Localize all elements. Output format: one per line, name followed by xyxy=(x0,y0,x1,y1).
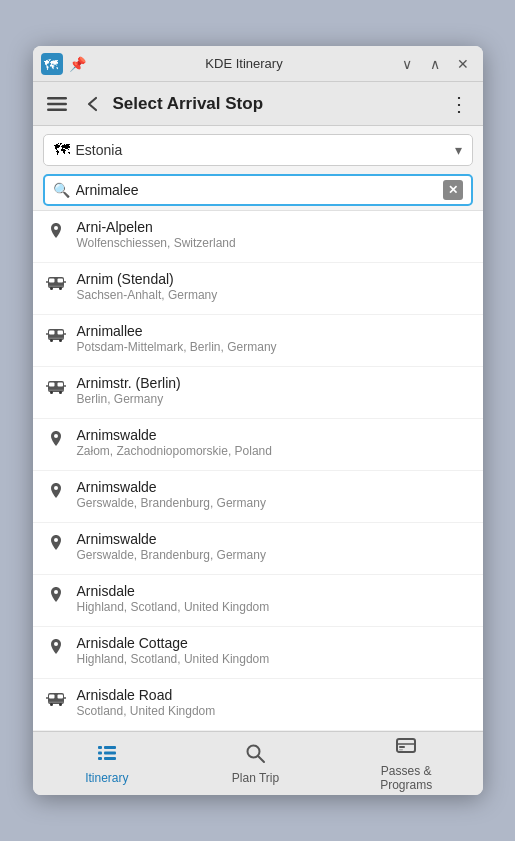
country-selector[interactable]: 🗺 Estonia ▾ xyxy=(43,134,473,166)
result-name: Arnisdale Road xyxy=(77,687,471,703)
window-controls: ∨ ∧ ✕ xyxy=(395,52,475,76)
svg-rect-16 xyxy=(57,331,63,335)
svg-point-18 xyxy=(50,339,53,342)
card-icon xyxy=(395,735,417,762)
svg-rect-2 xyxy=(47,97,67,100)
result-name: Arnim (Stendal) xyxy=(77,271,471,287)
pin-icon: 📌 xyxy=(69,56,86,72)
svg-point-5 xyxy=(54,226,58,230)
location-pin-icon xyxy=(45,429,67,449)
result-subtitle: Sachsen-Anhalt, Germany xyxy=(77,288,471,302)
list-item[interactable]: Arnisdale Road Scotland, United Kingdom xyxy=(33,679,483,731)
svg-point-31 xyxy=(54,486,58,490)
country-selector-icon: 🗺 xyxy=(54,141,70,159)
list-item[interactable]: Arnisdale Cottage Highland, Scotland, Un… xyxy=(33,627,483,679)
more-options-button[interactable]: ⋮ xyxy=(443,88,475,120)
svg-rect-25 xyxy=(48,390,64,392)
svg-point-30 xyxy=(54,434,58,438)
chevron-down-icon: ▾ xyxy=(455,142,462,158)
svg-line-50 xyxy=(258,756,264,762)
back-button[interactable] xyxy=(77,88,109,120)
list-item[interactable]: Arnimswalde Gerswalde, Brandenburg, Germ… xyxy=(33,523,483,575)
result-subtitle: Gerswalde, Brandenburg, Germany xyxy=(77,496,471,510)
svg-point-34 xyxy=(54,642,58,646)
result-subtitle: Wolfenschiessen, Switzerland xyxy=(77,236,471,250)
svg-rect-23 xyxy=(49,383,55,387)
app-window: 🗺 📌 KDE Itinerary ∨ ∧ ✕ Select Arrival S… xyxy=(33,46,483,795)
titlebar: 🗺 📌 KDE Itinerary ∨ ∧ ✕ xyxy=(33,46,483,82)
svg-rect-44 xyxy=(104,746,116,749)
svg-rect-37 xyxy=(57,695,63,699)
location-pin-icon xyxy=(45,481,67,501)
location-pin-icon xyxy=(45,585,67,605)
svg-rect-46 xyxy=(104,751,116,754)
svg-rect-38 xyxy=(48,702,64,704)
results-list: Arni-Alpelen Wolfenschiessen, Switzerlan… xyxy=(33,210,483,731)
svg-rect-24 xyxy=(57,383,63,387)
svg-rect-43 xyxy=(98,746,102,749)
list-item[interactable]: Arnimswalde Załom, Zachodniopomorskie, P… xyxy=(33,419,483,471)
svg-rect-4 xyxy=(47,108,67,111)
svg-rect-3 xyxy=(47,102,67,105)
svg-point-11 xyxy=(59,287,62,290)
svg-point-27 xyxy=(59,391,62,394)
close-button[interactable]: ✕ xyxy=(451,52,475,76)
result-subtitle: Scotland, United Kingdom xyxy=(77,704,471,718)
location-pin-icon xyxy=(45,221,67,241)
search-container: 🔍 ✕ xyxy=(43,174,473,206)
svg-point-32 xyxy=(54,538,58,542)
svg-rect-9 xyxy=(48,286,64,288)
page-title: Select Arrival Stop xyxy=(113,94,439,114)
svg-point-10 xyxy=(50,287,53,290)
svg-point-39 xyxy=(50,703,53,706)
result-name: Arnisdale xyxy=(77,583,471,599)
search-clear-button[interactable]: ✕ xyxy=(443,180,463,200)
bus-stop-icon xyxy=(45,325,67,345)
country-selector-value: Estonia xyxy=(76,142,455,158)
svg-point-19 xyxy=(59,339,62,342)
result-name: Arnimswalde xyxy=(77,427,471,443)
list-item[interactable]: Arnimswalde Gerswalde, Brandenburg, Germ… xyxy=(33,471,483,523)
nav-itinerary-label: Itinerary xyxy=(85,771,128,785)
result-name: Arnimstr. (Berlin) xyxy=(77,375,471,391)
nav-passes-programs[interactable]: Passes &Programs xyxy=(364,729,448,795)
list-item[interactable]: Arnimstr. (Berlin) Berlin, Germany xyxy=(33,367,483,419)
bottom-navigation: Itinerary Plan Trip Passes &Programs xyxy=(33,731,483,795)
svg-point-26 xyxy=(50,391,53,394)
result-name: Arnisdale Cottage xyxy=(77,635,471,651)
svg-point-33 xyxy=(54,590,58,594)
result-name: Arnimswalde xyxy=(77,531,471,547)
result-subtitle: Potsdam-Mittelmark, Berlin, Germany xyxy=(77,340,471,354)
header-bar: Select Arrival Stop ⋮ xyxy=(33,82,483,126)
result-name: Arnimswalde xyxy=(77,479,471,495)
svg-rect-47 xyxy=(98,757,102,760)
search-input[interactable] xyxy=(76,182,443,198)
search-icon: 🔍 xyxy=(53,182,70,198)
list-icon xyxy=(96,742,118,769)
list-item[interactable]: Arni-Alpelen Wolfenschiessen, Switzerlan… xyxy=(33,211,483,263)
result-subtitle: Gerswalde, Brandenburg, Germany xyxy=(77,548,471,562)
result-name: Arni-Alpelen xyxy=(77,219,471,235)
list-item[interactable]: Arnimallee Potsdam-Mittelmark, Berlin, G… xyxy=(33,315,483,367)
svg-rect-7 xyxy=(49,279,55,283)
nav-plan-trip-label: Plan Trip xyxy=(232,771,279,785)
bus-stop-icon xyxy=(45,377,67,397)
hamburger-menu-button[interactable] xyxy=(41,88,73,120)
list-item[interactable]: Arnisdale Highland, Scotland, United Kin… xyxy=(33,575,483,627)
location-pin-icon xyxy=(45,533,67,553)
nav-passes-programs-label: Passes &Programs xyxy=(380,764,432,793)
maximize-button[interactable]: ∧ xyxy=(423,52,447,76)
result-name: Arnimallee xyxy=(77,323,471,339)
svg-rect-48 xyxy=(104,757,116,760)
nav-plan-trip[interactable]: Plan Trip xyxy=(215,736,295,791)
svg-rect-54 xyxy=(399,749,403,751)
svg-rect-53 xyxy=(399,746,405,748)
bus-stop-icon xyxy=(45,689,67,709)
result-subtitle: Załom, Zachodniopomorskie, Poland xyxy=(77,444,471,458)
list-item[interactable]: Arnim (Stendal) Sachsen-Anhalt, Germany xyxy=(33,263,483,315)
nav-itinerary[interactable]: Itinerary xyxy=(67,736,147,791)
result-subtitle: Highland, Scotland, United Kingdom xyxy=(77,652,471,666)
result-subtitle: Berlin, Germany xyxy=(77,392,471,406)
svg-rect-8 xyxy=(57,279,63,283)
minimize-button[interactable]: ∨ xyxy=(395,52,419,76)
